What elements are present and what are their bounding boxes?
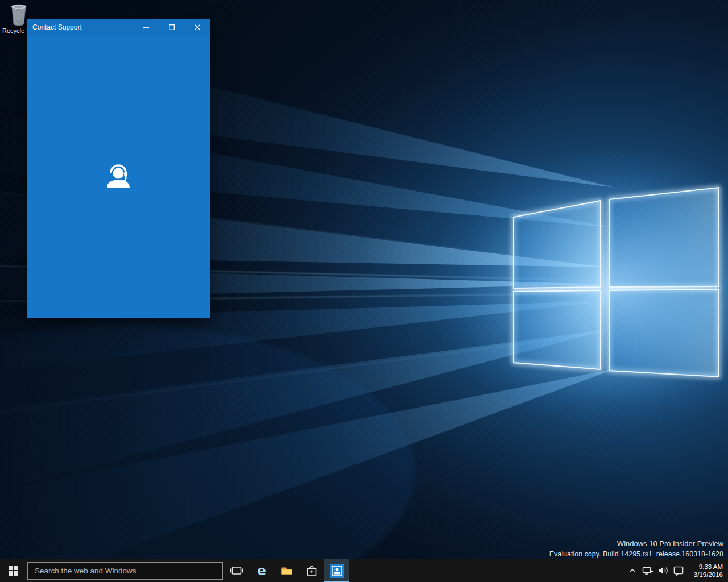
volume-icon: [657, 564, 669, 577]
system-tray: 9:33 AM 3/19/2016: [624, 559, 728, 582]
edge-icon: e: [254, 563, 269, 578]
start-button[interactable]: [0, 559, 26, 582]
action-center-icon: [672, 564, 685, 577]
svg-text:e: e: [257, 563, 266, 578]
taskbar-search: [26, 559, 224, 582]
action-center-button[interactable]: [671, 559, 686, 582]
windows-start-icon: [9, 566, 18, 576]
support-splash-body: [27, 36, 210, 318]
contact-support-taskbar-button[interactable]: [324, 559, 349, 582]
desktop: Windows 10 Pro Insider Preview Evaluatio…: [0, 0, 728, 559]
volume-tray-button[interactable]: [655, 559, 671, 582]
close-button[interactable]: [184, 19, 210, 36]
maximize-icon: [169, 24, 175, 30]
edge-button[interactable]: e: [249, 559, 274, 582]
file-explorer-button[interactable]: [274, 559, 299, 582]
task-view-icon: [230, 564, 243, 577]
store-icon: [305, 564, 318, 577]
contact-support-icon: [330, 564, 344, 578]
file-explorer-icon: [280, 564, 293, 577]
minimize-button[interactable]: [133, 19, 159, 36]
chevron-up-icon: [627, 565, 638, 576]
search-input[interactable]: [27, 562, 223, 580]
maximize-button[interactable]: [159, 19, 184, 36]
watermark-build: Evaluation copy. Build 14295.rs1_release…: [549, 549, 723, 559]
network-icon: [642, 564, 654, 577]
task-view-button[interactable]: [224, 559, 249, 582]
window-title: Contact Support: [27, 23, 133, 31]
headset-person-icon: [102, 161, 134, 193]
show-hidden-icons-button[interactable]: [624, 559, 640, 582]
contact-support-window: Contact Support: [27, 19, 210, 318]
clock-time: 9:33 AM: [699, 563, 723, 571]
titlebar[interactable]: Contact Support: [27, 19, 210, 36]
screen: Windows 10 Pro Insider Preview Evaluatio…: [0, 0, 728, 582]
clock-date: 3/19/2016: [694, 571, 723, 579]
network-tray-button[interactable]: [640, 559, 655, 582]
store-button[interactable]: [299, 559, 324, 582]
close-icon: [195, 24, 200, 30]
watermark-edition: Windows 10 Pro Insider Preview: [549, 539, 723, 549]
taskbar-clock[interactable]: 9:33 AM 3/19/2016: [686, 559, 728, 582]
minimize-icon: [143, 24, 149, 30]
build-watermark: Windows 10 Pro Insider Preview Evaluatio…: [549, 539, 723, 559]
taskbar: e: [0, 559, 728, 582]
